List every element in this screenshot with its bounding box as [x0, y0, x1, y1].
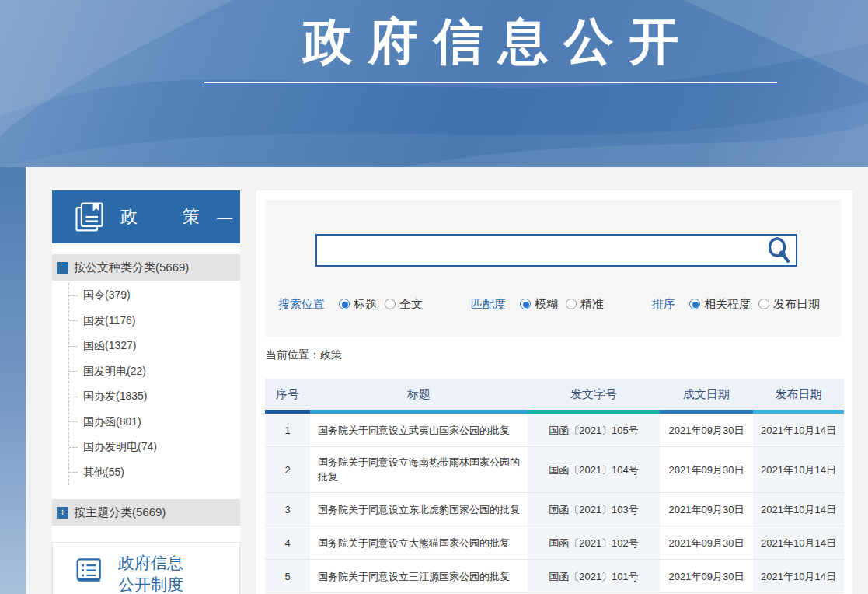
header-date-written: 成文日期 [660, 379, 753, 410]
policy-table: 序号 标题 发文字号 成文日期 发布日期 1 国务院关于同意设立武夷山国家公园的… [265, 379, 844, 593]
row-date-published: 2021年10月14日 [753, 493, 844, 526]
tree-item-guobanhan[interactable]: 国办函(801) [69, 410, 157, 435]
row-no: 1 [265, 414, 310, 447]
row-date-published: 2021年10月14日 [753, 447, 844, 493]
row-doc-no: 国函〔2021〕102号 [528, 526, 660, 560]
search-box [315, 234, 797, 267]
tree-item-guohan[interactable]: 国函(1327) [69, 334, 157, 359]
doc-type-group-row[interactable]: − 按公文种类分类(5669) [52, 254, 240, 281]
row-no: 3 [265, 493, 310, 526]
search-filters: 搜索位置 标题 全文 匹配度 模糊 精准 排序 相关程度 [278, 295, 820, 313]
sidebar-policy-header[interactable]: 政 策 — [52, 190, 240, 243]
option-title[interactable]: 标题 [354, 297, 377, 312]
tree-item-guobanfa[interactable]: 国办发(1835) [69, 384, 157, 410]
table-row: 2 国务院关于同意设立海南热带雨林国家公园的批复 国函〔2021〕104号 20… [265, 447, 844, 493]
table-row: 4 国务院关于同意设立大熊猫国家公园的批复 国函〔2021〕102号 2021年… [265, 526, 844, 560]
tree-item-guobanfamingdian[interactable]: 国办发明电(74) [69, 435, 157, 460]
option-fulltext[interactable]: 全文 [399, 297, 423, 312]
row-doc-no: 国函〔2021〕105号 [528, 414, 660, 447]
table-row: 5 国务院关于同意设立三江源国家公园的批复 国函〔2021〕101号 2021年… [265, 560, 844, 593]
header-doc-no: 发文字号 [528, 379, 660, 410]
header-title: 标题 [310, 379, 528, 410]
book-icon [72, 200, 106, 234]
disclosure-card-line1: 政府信息 [118, 552, 183, 574]
doc-type-tree: 国令(379) 国发(1176) 国函(1327) 国发明电(22) 国办发(1… [68, 283, 157, 485]
filter-match-mode: 匹配度 模糊 精准 [471, 297, 604, 312]
radio-match-fuzzy[interactable] [520, 299, 531, 309]
option-exact[interactable]: 精准 [580, 297, 604, 312]
row-title-link[interactable]: 国务院关于同意设立大熊猫国家公园的批复 [310, 526, 528, 560]
sidebar: 政 策 — − 按公文种类分类(5669) 国令(379) 国发(1176) 国… [52, 190, 240, 594]
header-no: 序号 [265, 379, 310, 410]
row-title-link[interactable]: 国务院关于同意设立海南热带雨林国家公园的批复 [310, 447, 528, 493]
row-date-written: 2021年09月30日 [660, 526, 753, 560]
radio-sort-relevance[interactable] [689, 299, 700, 309]
theme-group-row[interactable]: + 按主题分类(5669) [52, 499, 240, 526]
page: 政府信息公开 政 策 — − 按公文种类分类(5669) 国令(379) 国发(… [0, 0, 868, 594]
header-date-published: 发布日期 [753, 379, 844, 410]
banner: 政府信息公开 [0, 0, 868, 167]
row-date-published: 2021年10月14日 [753, 414, 844, 447]
row-doc-no: 国函〔2021〕103号 [528, 493, 660, 526]
row-title-link[interactable]: 国务院关于同意设立三江源国家公园的批复 [310, 560, 528, 593]
table-header-row: 序号 标题 发文字号 成文日期 发布日期 [265, 379, 844, 410]
policy-word-1: 政 [120, 205, 138, 229]
breadcrumb-prefix: 当前位置： [266, 348, 320, 361]
title-underline [204, 82, 777, 83]
policy-word-2: 策 [183, 205, 200, 229]
filter-search-scope: 搜索位置 标题 全文 [278, 297, 423, 312]
option-publish-date[interactable]: 发布日期 [773, 297, 820, 312]
row-title-link[interactable]: 国务院关于同意设立武夷山国家公园的批复 [310, 414, 528, 447]
tree-item-guoling[interactable]: 国令(379) [69, 283, 157, 309]
row-date-published: 2021年10月14日 [753, 526, 844, 560]
disclosure-card-line2: 公开制度 [118, 574, 183, 594]
filter-match-label: 匹配度 [471, 297, 506, 312]
collapse-minus-icon[interactable]: − [57, 262, 68, 274]
row-date-published: 2021年10月14日 [753, 560, 844, 593]
theme-group-label: 按主题分类(5669) [74, 505, 166, 520]
breadcrumb: 当前位置：政策 [266, 348, 342, 362]
radio-sort-date[interactable] [758, 299, 769, 309]
filter-sort-label: 排序 [652, 297, 675, 312]
tree-item-qita[interactable]: 其他(55) [69, 460, 157, 486]
row-no: 5 [265, 560, 310, 593]
row-date-written: 2021年09月30日 [660, 414, 753, 447]
radio-match-exact[interactable] [566, 299, 577, 309]
row-date-written: 2021年09月30日 [660, 447, 753, 493]
main-content: 搜索位置 标题 全文 匹配度 模糊 精准 排序 相关程度 [256, 190, 852, 594]
radio-scope-fulltext[interactable] [385, 299, 396, 309]
search-panel: 搜索位置 标题 全文 匹配度 模糊 精准 排序 相关程度 [265, 200, 842, 337]
page-title: 政府信息公开 [204, 11, 777, 72]
row-doc-no: 国函〔2021〕104号 [528, 447, 660, 493]
row-doc-no: 国函〔2021〕101号 [528, 560, 660, 593]
magnifier-icon [766, 237, 791, 264]
tree-item-guofamingdian[interactable]: 国发明电(22) [69, 359, 157, 385]
doc-type-group-label: 按公文种类分类(5669) [74, 260, 189, 275]
row-no: 2 [265, 447, 310, 493]
tree-item-guofa[interactable]: 国发(1176) [69, 309, 157, 334]
row-title-link[interactable]: 国务院关于同意设立东北虎豹国家公园的批复 [310, 493, 528, 526]
option-relevance[interactable]: 相关程度 [704, 297, 751, 312]
row-date-written: 2021年09月30日 [660, 560, 753, 593]
radio-scope-title[interactable] [339, 299, 350, 309]
expand-plus-icon[interactable]: + [57, 507, 68, 519]
left-decoration-strip [0, 167, 26, 594]
table-row: 1 国务院关于同意设立武夷山国家公园的批复 国函〔2021〕105号 2021年… [265, 414, 844, 447]
row-no: 4 [265, 526, 310, 560]
table-body: 1 国务院关于同意设立武夷山国家公园的批复 国函〔2021〕105号 2021年… [265, 414, 844, 593]
row-date-written: 2021年09月30日 [660, 493, 753, 526]
breadcrumb-current: 政策 [320, 348, 342, 361]
disclosure-system-card[interactable]: 政府信息 公开制度 [52, 542, 240, 594]
search-button[interactable] [762, 236, 796, 265]
table-row: 3 国务院关于同意设立东北虎豹国家公园的批复 国函〔2021〕103号 2021… [265, 493, 844, 526]
book-list-icon [75, 555, 106, 586]
filter-scope-label: 搜索位置 [278, 297, 325, 312]
policy-header-dash: — [217, 208, 232, 226]
option-fuzzy[interactable]: 模糊 [535, 297, 558, 312]
search-input[interactable] [317, 236, 762, 265]
filter-sort-order: 排序 相关程度 发布日期 [652, 297, 820, 312]
